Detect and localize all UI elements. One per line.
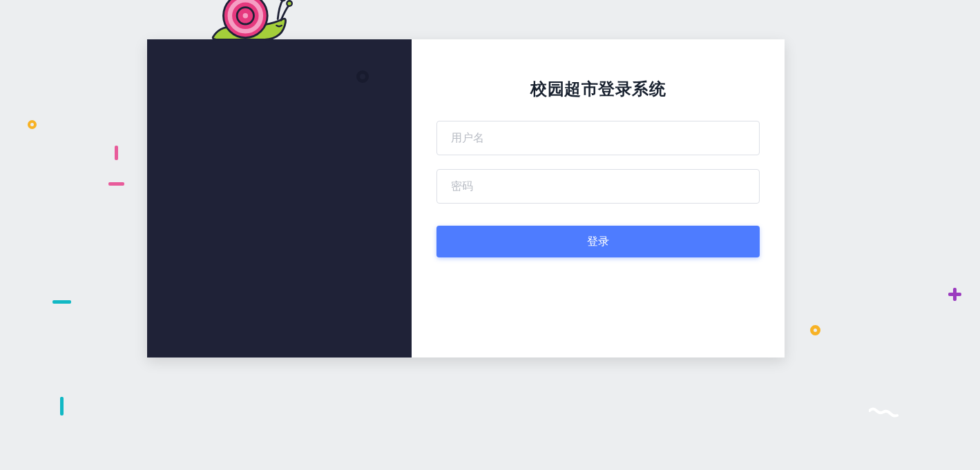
username-group [436,121,760,155]
login-left-panel [147,39,412,358]
deco-circle-orange-1 [28,120,37,129]
login-button[interactable]: 登录 [436,226,760,257]
plus-icon [948,288,961,301]
deco-circle-orange-2 [810,325,820,335]
deco-dash-teal-1 [52,300,71,304]
password-input[interactable] [436,169,760,204]
login-title: 校园超市登录系统 [530,78,666,100]
login-form-panel: 校园超市登录系统 登录 [412,39,785,358]
username-input[interactable] [436,121,760,155]
snail-icon [204,0,294,45]
password-group [436,169,760,204]
squiggle-icon [869,407,900,420]
deco-circle-dark [356,70,369,83]
deco-dash-teal-2 [60,397,64,415]
deco-dash-pink-2 [108,182,124,186]
login-card: 校园超市登录系统 登录 [147,39,785,358]
deco-dash-pink-1 [115,146,118,160]
svg-point-0 [280,0,286,1]
svg-point-3 [243,13,249,19]
svg-point-1 [287,1,292,6]
